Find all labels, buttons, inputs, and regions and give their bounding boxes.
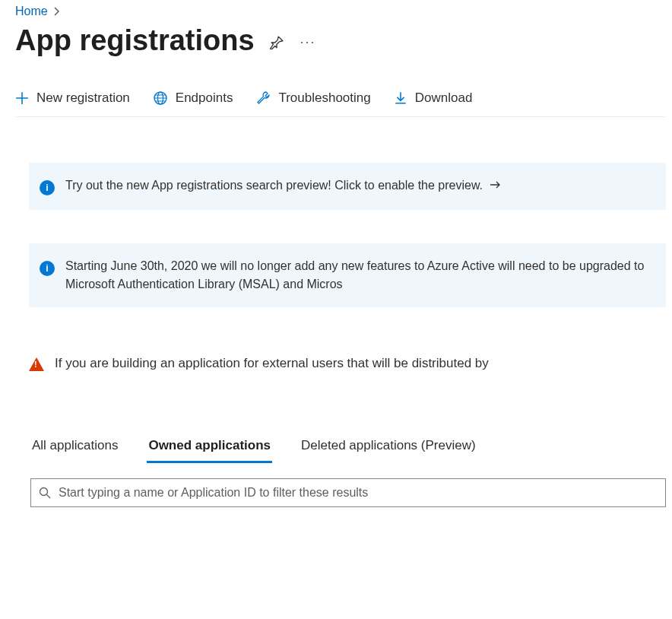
troubleshooting-label: Troubleshooting [278, 90, 370, 106]
page-title-row: App registrations ··· [15, 24, 666, 83]
warning-text: If you are building an application for e… [55, 356, 489, 371]
globe-icon [153, 90, 168, 106]
tab-deleted-applications[interactable]: Deleted applications (Preview) [300, 433, 477, 463]
download-button[interactable]: Download [394, 90, 473, 106]
deprecation-banner: i Starting June 30th, 2020 we will no lo… [29, 243, 666, 307]
more-icon[interactable]: ··· [300, 34, 316, 50]
new-registration-button[interactable]: New registration [15, 90, 130, 106]
deprecation-banner-text: Starting June 30th, 2020 we will no long… [65, 257, 655, 294]
tabs: All applications Owned applications Dele… [30, 433, 666, 463]
search-icon [39, 487, 51, 499]
toolbar: New registration Endpoints Troubleshooti… [15, 83, 666, 117]
warning-message: If you are building an application for e… [29, 356, 666, 371]
endpoints-button[interactable]: Endpoints [153, 90, 233, 106]
svg-point-2 [40, 488, 48, 496]
preview-banner[interactable]: i Try out the new App registrations sear… [29, 163, 666, 210]
preview-banner-text: Try out the new App registrations search… [65, 179, 483, 192]
search-input[interactable] [59, 486, 658, 500]
info-icon: i [40, 257, 55, 277]
page-title: App registrations [15, 24, 255, 57]
breadcrumb: Home [15, 0, 666, 24]
troubleshooting-button[interactable]: Troubleshooting [255, 90, 370, 106]
arrow-right-icon [490, 179, 501, 192]
pin-icon[interactable] [270, 36, 284, 49]
wrench-icon [255, 90, 271, 106]
info-icon: i [40, 176, 55, 196]
search-box[interactable] [30, 478, 666, 507]
breadcrumb-home-link[interactable]: Home [15, 5, 48, 18]
chevron-right-icon [54, 7, 60, 16]
warning-icon [29, 357, 44, 371]
new-registration-label: New registration [36, 90, 130, 106]
tab-all-applications[interactable]: All applications [30, 433, 119, 463]
download-icon [394, 91, 407, 105]
tab-owned-applications[interactable]: Owned applications [147, 433, 272, 463]
plus-icon [15, 91, 29, 105]
endpoints-label: Endpoints [176, 90, 233, 106]
download-label: Download [415, 90, 473, 106]
